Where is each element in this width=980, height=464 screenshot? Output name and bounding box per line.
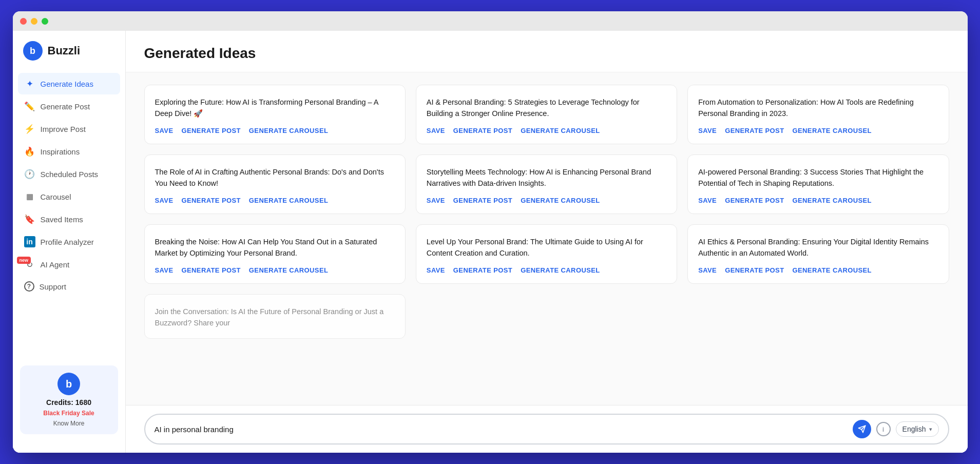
logo-icon: b (23, 41, 43, 61)
generate-post-button-5[interactable]: GENERATE POST (453, 197, 512, 204)
card-actions-9: SAVE GENERATE POST GENERATE CAROUSEL (698, 266, 938, 274)
generate-post-button-7[interactable]: GENERATE POST (182, 266, 241, 274)
generate-post-button-2[interactable]: GENERATE POST (453, 127, 512, 134)
idea-card-7: Breaking the Noise: How AI Can Help You … (144, 224, 406, 284)
nav-label-support: Support (40, 282, 67, 291)
close-button[interactable] (20, 18, 27, 25)
language-selector[interactable]: English ▾ (896, 421, 939, 437)
card-actions-2: SAVE GENERATE POST GENERATE CAROUSEL (427, 127, 666, 134)
generate-post-button-3[interactable]: GENERATE POST (725, 127, 784, 134)
card-actions-6: SAVE GENERATE POST GENERATE CAROUSEL (698, 197, 938, 204)
info-icon: i (882, 426, 885, 433)
language-label: English (902, 425, 926, 433)
idea-text-10: Join the Conversation: Is AI the Future … (155, 306, 395, 329)
nav-label-profile-analyzer: Profile Analyzer (41, 238, 94, 246)
sidebar-item-ai-agent[interactable]: new ↻ AI Agent (18, 254, 120, 275)
sidebar-nav: ✦ Generate Ideas ✏️ Generate Post ⚡ Impr… (13, 73, 125, 357)
save-button-5[interactable]: SAVE (427, 197, 445, 204)
generate-post-button-4[interactable]: GENERATE POST (182, 197, 241, 204)
main-content: Generated Ideas Exploring the Future: Ho… (126, 31, 968, 453)
carousel-icon: ▦ (24, 191, 35, 202)
generate-carousel-button-6[interactable]: GENERATE CAROUSEL (793, 197, 872, 204)
save-button-3[interactable]: SAVE (698, 127, 717, 134)
idea-text-7: Breaking the Noise: How AI Can Help You … (155, 236, 395, 259)
save-button-6[interactable]: SAVE (698, 197, 717, 204)
generate-carousel-button-1[interactable]: GENERATE CAROUSEL (249, 127, 328, 134)
idea-card-1: Exploring the Future: How AI is Transfor… (144, 85, 406, 144)
generate-carousel-button-4[interactable]: GENERATE CAROUSEL (249, 197, 328, 204)
nav-label-inspirations: Inspirations (41, 147, 80, 156)
sidebar-item-generate-ideas[interactable]: ✦ Generate Ideas (18, 73, 120, 94)
generate-carousel-button-2[interactable]: GENERATE CAROUSEL (521, 127, 600, 134)
sidebar-item-carousel[interactable]: ▦ Carousel (18, 186, 120, 207)
info-button[interactable]: i (876, 422, 891, 436)
sidebar-footer: b Credits: 1680 Black Friday Sale Know M… (13, 357, 125, 442)
card-actions-5: SAVE GENERATE POST GENERATE CAROUSEL (427, 197, 666, 204)
bottom-bar: i English ▾ (126, 405, 968, 453)
send-button[interactable] (853, 420, 871, 438)
sidebar-item-scheduled-posts[interactable]: 🕐 Scheduled Posts (18, 163, 120, 185)
idea-card-8: Level Up Your Personal Brand: The Ultima… (416, 224, 677, 284)
idea-text-2: AI & Personal Branding: 5 Strategies to … (427, 96, 666, 120)
save-button-8[interactable]: SAVE (427, 266, 445, 274)
idea-text-9: AI Ethics & Personal Branding: Ensuring … (698, 236, 938, 259)
generate-post-button-6[interactable]: GENERATE POST (725, 197, 784, 204)
credits-label: Credits: 1680 (46, 398, 91, 407)
sidebar-item-inspirations[interactable]: 🔥 Inspirations (18, 141, 120, 162)
bookmark-icon: 🔖 (24, 214, 35, 225)
new-badge: new (17, 257, 31, 264)
topic-input[interactable] (155, 425, 848, 434)
save-button-1[interactable]: SAVE (155, 127, 174, 134)
generate-post-button-1[interactable]: GENERATE POST (182, 127, 241, 134)
maximize-button[interactable] (42, 18, 48, 25)
nav-label-generate-post: Generate Post (41, 102, 90, 111)
page-title: Generated Ideas (144, 45, 949, 62)
titlebar (13, 11, 968, 31)
idea-card-10: Join the Conversation: Is AI the Future … (144, 294, 406, 339)
save-button-7[interactable]: SAVE (155, 266, 174, 274)
generate-carousel-button-8[interactable]: GENERATE CAROUSEL (521, 266, 600, 274)
nav-label-generate-ideas: Generate Ideas (41, 80, 93, 88)
sidebar-item-generate-post[interactable]: ✏️ Generate Post (18, 95, 120, 117)
minimize-button[interactable] (31, 18, 37, 25)
sidebar-item-improve-post[interactable]: ⚡ Improve Post (18, 118, 120, 140)
main-header: Generated Ideas (126, 31, 968, 72)
card-actions-7: SAVE GENERATE POST GENERATE CAROUSEL (155, 266, 395, 274)
sidebar-item-saved-items[interactable]: 🔖 Saved Items (18, 208, 120, 230)
card-actions-8: SAVE GENERATE POST GENERATE CAROUSEL (427, 266, 666, 274)
sidebar-item-support[interactable]: ? Support (18, 276, 120, 297)
credits-box: b Credits: 1680 Black Friday Sale Know M… (20, 365, 118, 434)
lightning-icon: ⚡ (24, 123, 35, 134)
linkedin-icon: in (24, 236, 35, 247)
support-icon: ? (24, 281, 34, 292)
generate-carousel-button-7[interactable]: GENERATE CAROUSEL (249, 266, 328, 274)
sidebar-item-profile-analyzer[interactable]: in Profile Analyzer (18, 231, 120, 253)
generate-carousel-button-9[interactable]: GENERATE CAROUSEL (793, 266, 872, 274)
sidebar: b Buzzli ✦ Generate Ideas ✏️ Generate Po… (13, 31, 126, 453)
idea-card-9: AI Ethics & Personal Branding: Ensuring … (687, 224, 949, 284)
save-button-9[interactable]: SAVE (698, 266, 717, 274)
nav-label-carousel: Carousel (41, 192, 71, 201)
idea-text-6: AI-powered Personal Branding: 3 Success … (698, 166, 938, 189)
input-container: i English ▾ (144, 414, 949, 444)
black-friday-promo: Black Friday Sale (43, 410, 94, 417)
save-button-2[interactable]: SAVE (427, 127, 445, 134)
idea-card-4: The Role of AI in Crafting Authentic Per… (144, 154, 406, 214)
generate-post-button-9[interactable]: GENERATE POST (725, 266, 784, 274)
credits-avatar-letter: b (66, 378, 72, 390)
generate-post-button-8[interactable]: GENERATE POST (453, 266, 512, 274)
generate-carousel-button-5[interactable]: GENERATE CAROUSEL (521, 197, 600, 204)
idea-text-1: Exploring the Future: How AI is Transfor… (155, 96, 395, 120)
idea-text-3: From Automation to Personalization: How … (698, 96, 938, 120)
know-more-link[interactable]: Know More (53, 420, 85, 427)
pencil-icon: ✏️ (24, 101, 35, 112)
generate-carousel-button-3[interactable]: GENERATE CAROUSEL (793, 127, 872, 134)
cards-area: Exploring the Future: How AI is Transfor… (126, 72, 968, 405)
save-button-4[interactable]: SAVE (155, 197, 174, 204)
idea-text-4: The Role of AI in Crafting Authentic Per… (155, 166, 395, 189)
idea-card-5: Storytelling Meets Technology: How AI is… (416, 154, 677, 214)
logo-letter: b (30, 46, 35, 56)
app-window: b Buzzli ✦ Generate Ideas ✏️ Generate Po… (13, 11, 968, 453)
cards-grid: Exploring the Future: How AI is Transfor… (144, 85, 949, 339)
fire-icon: 🔥 (24, 146, 35, 157)
